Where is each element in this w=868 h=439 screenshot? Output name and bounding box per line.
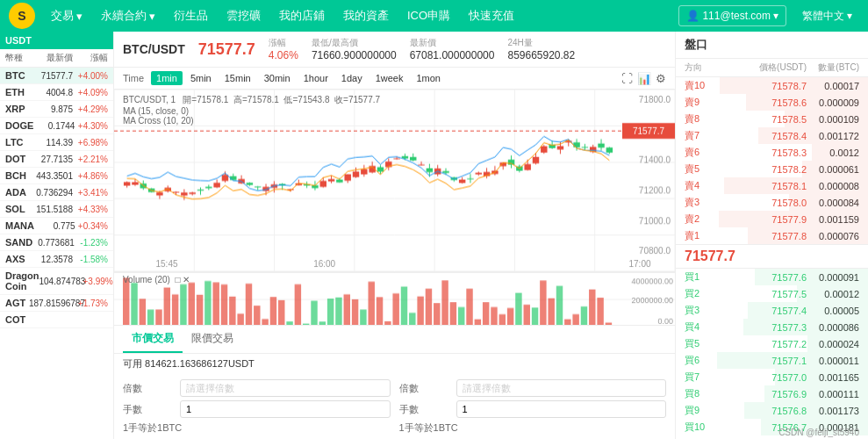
tab-market[interactable]: 市價交易 — [123, 326, 183, 353]
settings-icon[interactable]: ⚙ — [656, 72, 666, 85]
timeframe-btn-1hour[interactable]: 1hour — [298, 71, 334, 85]
list-item[interactable]: AXS 12.3578 -1.58% — [0, 251, 113, 268]
ask-row[interactable]: 賣5 71578.2 0.000061 — [676, 161, 868, 177]
tab-limit[interactable]: 限價交易 — [183, 326, 242, 353]
asks-container: 賣10 71578.7 0.00017 賣9 71578.6 0.000009 … — [676, 77, 868, 244]
chart-title: BTC/USDT, 1 開=71578.1 高=71578.1 低=71543.… — [123, 94, 380, 106]
bid-side: 買7 — [685, 371, 707, 384]
bid-row[interactable]: 買8 71576.9 0.000111 — [676, 385, 868, 402]
nav-user[interactable]: 👤 111@test.com ▾ — [678, 5, 786, 26]
buy-qty-input[interactable] — [180, 400, 391, 418]
list-item[interactable]: MANA 0.775 +0.34% — [0, 218, 113, 234]
nav-store[interactable]: 我的店鋪 — [272, 4, 332, 27]
list-item[interactable]: LTC 114.39 +6.98% — [0, 134, 113, 151]
list-item[interactable]: SAND 0.773681 -1.23% — [0, 234, 113, 251]
bid-size: 0.000086 — [807, 322, 859, 333]
bid-row[interactable]: 買5 71577.2 0.000024 — [676, 335, 868, 352]
timeframe-btn-30min[interactable]: 30min — [259, 71, 296, 85]
sell-price-input[interactable] — [456, 379, 667, 397]
bid-row[interactable]: 買6 71577.1 0.000011 — [676, 352, 868, 369]
bid-size: 0.001173 — [807, 406, 859, 416]
chevron-down-icon: ▾ — [847, 10, 852, 22]
timeframe-btn-15min[interactable]: 15min — [219, 71, 256, 85]
timeframe-btn-1day[interactable]: 1day — [336, 71, 368, 85]
ask-size: 0.000061 — [807, 164, 859, 175]
nav-items: 交易 ▾ 永續合約 ▾ 衍生品 雲挖礦 我的店鋪 我的資產 ICO申購 快速充值 — [44, 4, 678, 27]
ask-price: 71578.2 — [707, 164, 807, 175]
timeframe-buttons: 1min5min15min30min1hour1day1week1mon — [151, 71, 446, 85]
nav-lang[interactable]: 繁體中文 ▾ — [795, 5, 859, 27]
list-item[interactable]: XRP 9.875 +4.29% — [0, 101, 113, 118]
sell-qty-row: 手數 — [399, 400, 667, 418]
ask-price: 71578.5 — [707, 114, 807, 125]
nav-derivatives[interactable]: 衍生品 — [167, 4, 215, 27]
bid-row[interactable]: 買1 71577.6 0.000091 — [676, 269, 868, 285]
coin-change: -1.58% — [73, 255, 108, 264]
bar-chart-icon[interactable]: 📊 — [637, 72, 651, 85]
coin-name: BTC — [5, 70, 29, 81]
ask-row[interactable]: 賣10 71578.7 0.00017 — [676, 77, 868, 94]
list-item[interactable]: DOT 27.7135 +2.21% — [0, 151, 113, 168]
bid-row[interactable]: 買7 71577.0 0.001165 — [676, 369, 868, 385]
coin-price: 71577.7 — [29, 71, 73, 81]
time-selector: Time 1min5min15min30min1hour1day1week1mo… — [114, 68, 675, 90]
ask-size: 0.000109 — [807, 114, 859, 125]
fullscreen-icon[interactable]: ⛶ — [621, 72, 633, 85]
timeframe-btn-1min[interactable]: 1min — [151, 71, 183, 85]
nav-trade[interactable]: 交易 ▾ — [44, 4, 90, 27]
coin-name: XRP — [5, 104, 29, 114]
nav-assets[interactable]: 我的資產 — [336, 4, 396, 27]
bid-row[interactable]: 買3 71577.4 0.00005 — [676, 302, 868, 319]
center-area: BTC/USDT 71577.7 漲幅 4.06% 最低/最高價 71660.9… — [114, 32, 675, 439]
ask-price: 71578.0 — [707, 198, 807, 208]
list-item[interactable]: BTC 71577.7 +4.00% — [0, 68, 113, 84]
logo[interactable]: S — [9, 3, 35, 29]
sell-qty-input[interactable] — [456, 400, 667, 418]
ask-side: 賣3 — [685, 196, 707, 209]
coin-name: AGT — [5, 298, 29, 308]
ask-row[interactable]: 賣2 71577.9 0.001159 — [676, 211, 868, 227]
nav-mining[interactable]: 雲挖礦 — [219, 4, 268, 27]
list-item[interactable]: DOGE 0.1744 +4.30% — [0, 118, 113, 134]
ask-row[interactable]: 賣1 71577.8 0.000076 — [676, 227, 868, 244]
buy-price-input[interactable] — [180, 379, 391, 397]
footer-note: CSDN @feiji_st5940 — [778, 428, 859, 437]
list-item[interactable]: AGT 187.81596787 +1.73% — [0, 295, 113, 312]
ask-row[interactable]: 賣8 71578.5 0.000109 — [676, 111, 868, 127]
ask-price: 71578.4 — [707, 131, 807, 141]
bid-side: 買9 — [685, 404, 707, 417]
coin-price: 0.773681 — [32, 238, 75, 248]
sidebar-col-headers: 幣種 最新價 漲幅 — [0, 49, 113, 68]
list-item[interactable]: ADA 0.736294 +3.41% — [0, 184, 113, 201]
ask-row[interactable]: 賣6 71578.3 0.0012 — [676, 144, 868, 161]
list-item[interactable]: BCH 443.3501 +4.86% — [0, 168, 113, 184]
ticker-low-stat: 最低/最高價 71660.900000000 — [312, 37, 397, 61]
ask-side: 賣1 — [685, 229, 707, 242]
ask-row[interactable]: 賣3 71578.0 0.000084 — [676, 194, 868, 211]
nav-deposit[interactable]: 快速充值 — [462, 4, 521, 27]
bid-row[interactable]: 買9 71576.8 0.001173 — [676, 402, 868, 419]
coin-price: 443.3501 — [29, 171, 73, 181]
coin-change: +3.99% — [83, 277, 113, 286]
timeframe-btn-1week[interactable]: 1week — [370, 71, 409, 85]
coin-name: Dragon Coin — [5, 270, 39, 291]
nav-ico[interactable]: ICO申購 — [400, 4, 457, 27]
nav-perpetual[interactable]: 永續合約 ▾ — [94, 4, 162, 27]
chart-macross: MA Cross (10, 20) — [123, 116, 380, 126]
list-item[interactable]: Dragon Coin 104.874783 +3.99% — [0, 268, 113, 295]
bid-side: 買6 — [685, 354, 707, 367]
list-item[interactable]: ETH 4004.8 +4.09% — [0, 84, 113, 101]
list-item[interactable]: COT — [0, 312, 113, 328]
timeframe-btn-5min[interactable]: 5min — [185, 71, 217, 85]
bid-row[interactable]: 買4 71577.3 0.000086 — [676, 319, 868, 335]
ask-row[interactable]: 賣7 71578.4 0.001172 — [676, 127, 868, 144]
ask-size: 0.001172 — [807, 131, 859, 141]
bid-row[interactable]: 買2 71577.5 0.00012 — [676, 285, 868, 302]
timeframe-btn-1mon[interactable]: 1mon — [411, 71, 446, 85]
coin-price: 187.81596787 — [29, 299, 73, 308]
ask-row[interactable]: 賣4 71578.1 0.000008 — [676, 177, 868, 194]
bid-price: 71577.2 — [707, 339, 807, 349]
chevron-down-icon: ▾ — [773, 10, 778, 22]
ask-row[interactable]: 賣9 71578.6 0.000009 — [676, 94, 868, 111]
list-item[interactable]: SOL 151.5188 +4.33% — [0, 201, 113, 218]
